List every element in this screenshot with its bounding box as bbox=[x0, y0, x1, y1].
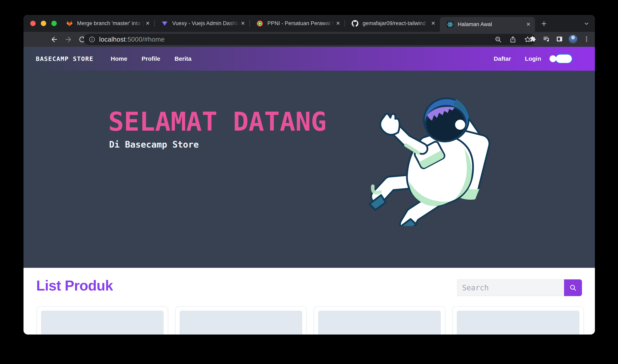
product-card[interactable] bbox=[37, 306, 168, 335]
minimize-window-button[interactable] bbox=[41, 21, 46, 26]
browser-tab-strip: Merge branch 'master' into 'jih ✕ Vuexy … bbox=[24, 15, 595, 32]
product-card[interactable] bbox=[175, 306, 307, 335]
search-bar bbox=[457, 279, 582, 296]
vuexy-icon bbox=[161, 20, 168, 27]
tab-github-repo[interactable]: gemafajar09/react-tailwind ✕ bbox=[345, 15, 440, 32]
share-icon[interactable] bbox=[509, 36, 517, 43]
product-card[interactable] bbox=[452, 306, 584, 335]
tab-vuexy-dashboard[interactable]: Vuexy - Vuejs Admin Dashboar ✕ bbox=[154, 15, 249, 32]
site-navbar: BASECAMP STORE Home Profile Berita Dafta… bbox=[24, 47, 595, 71]
macos-window-controls[interactable] bbox=[30, 21, 57, 26]
nav-link-profile[interactable]: Profile bbox=[142, 55, 160, 62]
tab-title: Merge branch 'master' into 'jih bbox=[77, 20, 144, 26]
product-card-grid bbox=[37, 306, 584, 335]
nav-link-daftar[interactable]: Daftar bbox=[494, 55, 511, 62]
new-tab-button[interactable] bbox=[540, 19, 548, 28]
playlist-extension-icon[interactable] bbox=[542, 35, 550, 43]
nav-actions: Daftar Login bbox=[494, 54, 573, 64]
tab-close-icon[interactable]: ✕ bbox=[144, 20, 151, 27]
github-icon bbox=[351, 20, 359, 27]
browser-window: Merge branch 'master' into 'jih ✕ Vuexy … bbox=[24, 15, 595, 335]
back-button[interactable] bbox=[50, 35, 59, 44]
toggle-knob bbox=[550, 55, 556, 62]
browser-toolbar: localhost:5000/#home bbox=[24, 32, 595, 47]
react-icon bbox=[447, 21, 454, 28]
profile-avatar[interactable] bbox=[569, 35, 577, 43]
hero-section: SELAMAT DATANG Di Basecamp Store bbox=[24, 71, 595, 268]
url-text: localhost:5000/#home bbox=[99, 36, 165, 43]
tab-ppni[interactable]: PPNI - Persatuan Perawat Nasi ✕ bbox=[249, 15, 345, 32]
kebab-menu-icon[interactable] bbox=[582, 35, 591, 43]
gitlab-icon bbox=[66, 20, 73, 27]
close-window-button[interactable] bbox=[30, 21, 36, 26]
tab-close-icon[interactable]: ✕ bbox=[525, 21, 532, 28]
search-icon bbox=[569, 284, 577, 292]
products-section: List Produk bbox=[24, 268, 595, 335]
forward-button[interactable] bbox=[64, 35, 73, 44]
tab-close-icon[interactable]: ✕ bbox=[430, 20, 437, 27]
astronaut-illustration bbox=[356, 91, 492, 226]
hero-title: SELAMAT DATANG bbox=[108, 106, 326, 137]
product-image-placeholder bbox=[180, 311, 302, 335]
tab-gitlab-merge-branch[interactable]: Merge branch 'master' into 'jih ✕ bbox=[59, 15, 154, 32]
nav-links: Home Profile Berita bbox=[111, 55, 192, 62]
product-image-placeholder bbox=[457, 311, 579, 335]
theme-toggle-switch[interactable] bbox=[555, 54, 573, 64]
zoom-out-icon[interactable] bbox=[494, 36, 502, 43]
hero-subtitle: Di Basecamp Store bbox=[109, 139, 199, 150]
tab-title: Halaman Awal bbox=[458, 21, 525, 27]
url-host: localhost bbox=[99, 36, 126, 43]
tab-close-icon[interactable]: ✕ bbox=[240, 20, 246, 27]
zoom-window-button[interactable] bbox=[51, 21, 57, 26]
product-card[interactable] bbox=[314, 306, 445, 335]
tab-title: PPNI - Persatuan Perawat Nasi bbox=[267, 20, 335, 26]
tab-close-icon[interactable]: ✕ bbox=[335, 20, 341, 27]
extensions-puzzle-icon[interactable] bbox=[529, 35, 537, 43]
side-panel-icon[interactable] bbox=[555, 35, 564, 43]
product-image-placeholder bbox=[318, 311, 441, 335]
products-heading: List Produk bbox=[36, 277, 113, 294]
url-path: :5000/#home bbox=[126, 36, 165, 43]
nav-link-berita[interactable]: Berita bbox=[175, 55, 192, 62]
address-bar[interactable]: localhost:5000/#home bbox=[84, 34, 536, 45]
tab-search-chevron-icon[interactable] bbox=[582, 20, 591, 28]
nav-link-home[interactable]: Home bbox=[111, 55, 127, 62]
brand-logo[interactable]: BASECAMP STORE bbox=[36, 55, 93, 62]
tab-title: Vuexy - Vuejs Admin Dashboar bbox=[172, 20, 240, 26]
search-input[interactable] bbox=[457, 279, 564, 296]
ppni-icon bbox=[256, 20, 263, 27]
product-image-placeholder bbox=[41, 311, 164, 335]
tab-title: gemafajar09/react-tailwind bbox=[362, 20, 430, 26]
tab-halaman-awal-active[interactable]: Halaman Awal ✕ bbox=[440, 17, 535, 32]
search-button[interactable] bbox=[564, 279, 582, 296]
nav-link-login[interactable]: Login bbox=[525, 55, 541, 62]
site-info-icon[interactable] bbox=[88, 36, 96, 43]
